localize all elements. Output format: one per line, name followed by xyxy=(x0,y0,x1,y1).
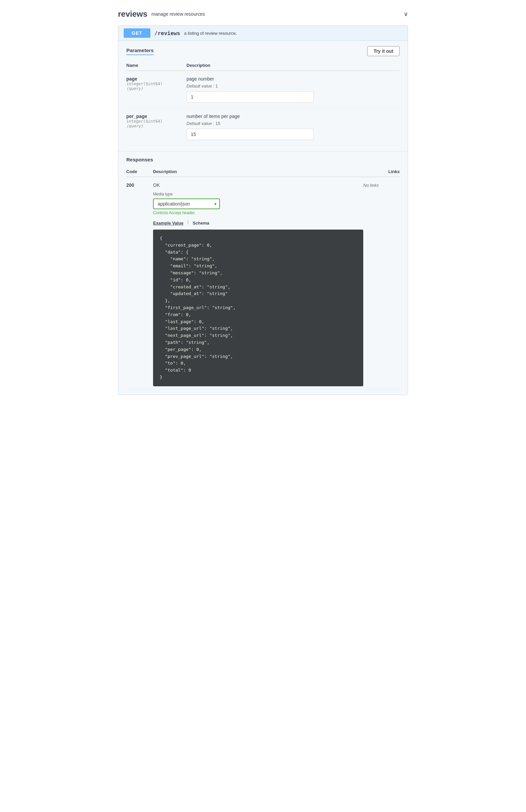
param-default: Default value : 1 xyxy=(187,84,396,89)
param-default: Default value : 15 xyxy=(187,121,396,126)
method-badge: GET xyxy=(123,28,150,38)
responses-title: Responses xyxy=(126,157,400,162)
param-name: per_page xyxy=(126,114,182,119)
tab-example-value[interactable]: Example Value xyxy=(153,219,184,227)
responses-col-code: Code xyxy=(126,166,153,177)
parameters-section: Parameters Try it out Name Description p… xyxy=(118,41,408,151)
param-row: per_page integer($int64) (query) number … xyxy=(126,108,400,146)
api-card: GET /reviews a listing of review resourc… xyxy=(118,25,408,395)
example-tabs: Example Value | Schema xyxy=(153,219,363,227)
chevron-down-icon: ∨ xyxy=(404,10,408,18)
media-type-label: Media type xyxy=(153,192,363,197)
param-description: number of items per page xyxy=(187,114,396,119)
param-input-per_page[interactable] xyxy=(187,129,313,140)
params-col-description: Description xyxy=(187,60,400,71)
param-type: integer($int64) xyxy=(126,82,182,86)
responses-section: Responses Code Description Links 200 OK … xyxy=(118,151,408,395)
param-name: page xyxy=(126,76,182,82)
code-block: { "current_page": 0, "data": { "name": "… xyxy=(153,230,363,386)
param-row: page integer($int64) (query) page number… xyxy=(126,71,400,108)
section-header-left: reviews manage review resources xyxy=(118,9,205,19)
response-description: OK xyxy=(153,183,363,188)
param-location: (query) xyxy=(126,86,182,91)
endpoint-row: GET /reviews a listing of review resourc… xyxy=(118,26,408,41)
response-code: 200 xyxy=(126,183,134,188)
param-input-page[interactable] xyxy=(187,91,313,103)
responses-col-description: Description xyxy=(153,166,363,177)
param-location: (query) xyxy=(126,124,182,128)
tab-divider: | xyxy=(188,219,189,227)
tab-schema[interactable]: Schema xyxy=(192,219,209,227)
params-col-name: Name xyxy=(126,60,187,71)
section-header[interactable]: reviews manage review resources ∨ xyxy=(118,5,408,23)
parameters-header: Parameters Try it out xyxy=(126,46,400,56)
param-type: integer($int64) xyxy=(126,119,182,124)
media-type-select-wrapper: application/json xyxy=(153,199,220,209)
no-links-text: No links xyxy=(363,183,379,188)
endpoint-path: /reviews xyxy=(155,30,180,37)
controls-accept-text: Controls Accept header. xyxy=(153,211,363,215)
media-type-select[interactable]: application/json xyxy=(153,199,220,209)
parameters-table: Name Description page integer($int64) (q… xyxy=(126,60,400,146)
responses-table: Code Description Links 200 OK Media type… xyxy=(126,166,400,389)
param-description: page number xyxy=(187,76,396,82)
response-row: 200 OK Media type application/json Contr… xyxy=(126,177,400,389)
try-it-out-button[interactable]: Try it out xyxy=(367,46,400,56)
section-title: reviews xyxy=(118,9,147,19)
endpoint-description: a listing of review resource. xyxy=(184,31,237,36)
section-subtitle: manage review resources xyxy=(151,11,205,17)
parameters-title: Parameters xyxy=(126,47,154,55)
responses-col-links: Links xyxy=(363,166,400,177)
